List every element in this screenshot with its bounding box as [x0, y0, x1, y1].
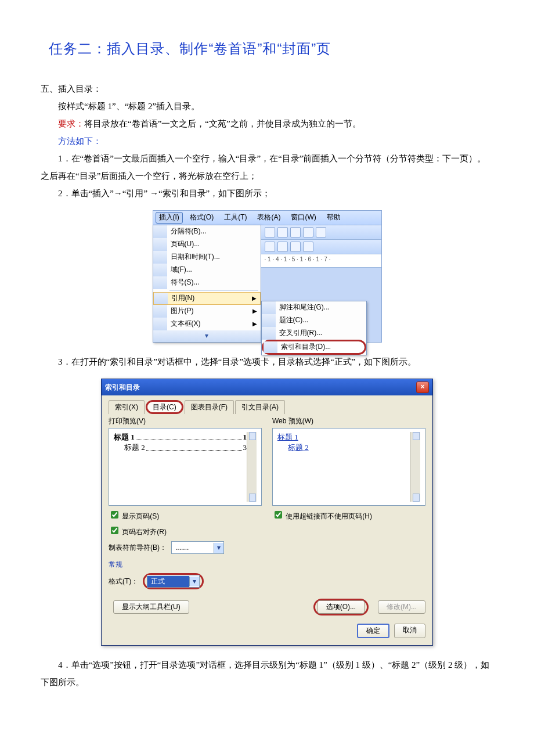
toolbar-row-2 [261, 240, 381, 254]
menu-date-time[interactable]: 日期和时间(T)... [153, 251, 261, 264]
step-2: 2．单击“插入”→“引用” →“索引和目录”，如下图所示； [41, 185, 493, 202]
format-combo-highlight: 正式▾ [143, 573, 204, 589]
menubar-table[interactable]: 表格(A) [254, 212, 284, 224]
chevron-right-icon: ▶ [252, 307, 257, 315]
toolbar-icon[interactable] [316, 227, 326, 237]
scrollbar[interactable] [410, 432, 420, 502]
menu-reference[interactable]: 引用(N)▶ [153, 292, 261, 305]
section-heading: 五、插入目录： [41, 80, 493, 98]
index-toc-dialog: 索引和目录 × 索引(X) 目录(C) 图表目录(F) 引文目录(A) 打印预览… [101, 379, 433, 646]
toolbar-icon[interactable] [277, 242, 288, 252]
intro-line: 按样式“标题 1”、“标题 2”插入目录。 [41, 98, 493, 115]
format-combo[interactable]: 正式▾ [147, 575, 200, 588]
toolbar-row-1 [261, 225, 381, 240]
requirement-label: 要求： [58, 119, 84, 128]
page-title: 任务二：插入目录、制作“卷首语”和“封面”页 [41, 35, 493, 63]
reference-submenu: 脚注和尾注(G)... 题注(C)... 交叉引用(R)... 索引和目录(D)… [261, 301, 367, 355]
submenu-crossref[interactable]: 交叉引用(R)... [262, 327, 366, 340]
submenu-index-toc[interactable]: 索引和目录(D)... [262, 340, 366, 355]
scrollbar[interactable] [247, 432, 257, 502]
insert-dropdown: 分隔符(B)... 页码(U)... 日期和时间(T)... 域(F)... 符… [153, 225, 261, 343]
dialog-title: 索引和目录 [105, 383, 140, 393]
submenu-footnote[interactable]: 脚注和尾注(G)... [262, 301, 366, 314]
figure-insert-menu: 插入(I) 格式(O) 工具(T) 表格(A) 窗口(W) 帮助 分隔符(B).… [41, 210, 493, 343]
chevron-down-icon: ▾ [189, 577, 199, 586]
tab-index[interactable]: 索引(X) [109, 400, 145, 414]
chevron-right-icon: ▶ [252, 294, 257, 302]
modify-button: 修改(M)... [378, 600, 425, 614]
use-hyperlink-checkbox[interactable]: 使用超链接而不使用页码(H) [272, 512, 372, 520]
dialog-tabs: 索引(X) 目录(C) 图表目录(F) 引文目录(A) [109, 400, 425, 414]
close-icon[interactable]: × [416, 381, 429, 393]
menubar-format[interactable]: 格式(O) [186, 212, 217, 224]
options-button[interactable]: 选项(O)... [317, 600, 365, 614]
menubar-help[interactable]: 帮助 [323, 212, 344, 224]
print-preview-box: 标题 11 标题 23 [109, 428, 262, 506]
menu-textbox[interactable]: 文本框(X)▶ [153, 318, 261, 330]
document-area: · 1 · 4 · 1 · 5 · 1 · 6 · 1 · 7 · 脚注和尾注(… [261, 225, 382, 343]
tab-leader-label: 制表符前导符(B)： [109, 543, 167, 553]
tab-figure[interactable]: 图表目录(F) [185, 400, 234, 414]
show-outline-button[interactable]: 显示大纲工具栏(U) [113, 600, 189, 614]
method-label: 方法如下： [41, 132, 493, 150]
menu-break[interactable]: 分隔符(B)... [153, 225, 261, 238]
print-preview-label: 打印预览(V) [109, 416, 262, 426]
right-align-checkbox[interactable]: 页码右对齐(R) [109, 528, 167, 536]
toolbar-icon[interactable] [290, 242, 301, 252]
step-3: 3．在打开的“索引和目录”对话框中，选择“目录”选项卡，目录格式选择“正式”，如… [41, 353, 493, 370]
toolbar-icon[interactable] [290, 227, 301, 237]
chevron-right-icon: ▶ [252, 320, 257, 327]
chevron-down-icon: ▾ [214, 543, 223, 553]
menubar-insert[interactable]: 插入(I) [156, 212, 183, 224]
step-4: 4．单击“选项”按钮，打开“目录选项”对话框，选择目示级别为“标题 1”（级别 … [41, 656, 493, 691]
cancel-button[interactable]: 取消 [394, 624, 425, 638]
menu-field[interactable]: 域(F)... [153, 264, 261, 276]
tab-toc[interactable]: 目录(C) [146, 400, 183, 414]
word-menubar: 插入(I) 格式(O) 工具(T) 表格(A) 窗口(W) 帮助 [153, 210, 382, 225]
menubar-window[interactable]: 窗口(W) [287, 212, 319, 224]
dialog-titlebar: 索引和目录 × [102, 379, 432, 395]
ok-button[interactable]: 确定 [357, 624, 389, 638]
toolbar-icon[interactable] [265, 242, 275, 252]
menu-picture[interactable]: 图片(P)▶ [153, 305, 261, 318]
menu-expand[interactable]: ▾ [153, 330, 261, 343]
step-1: 1．在“卷首语”一文最后面插入一个空行，输入“目录”，在“目录”前面插入一个分节… [41, 150, 493, 185]
show-page-checkbox[interactable]: 显示页码(S) [109, 512, 159, 520]
ruler: · 1 · 4 · 1 · 5 · 1 · 6 · 1 · 7 · [261, 254, 381, 268]
options-button-highlight: 选项(O)... [313, 599, 369, 615]
menubar-tools[interactable]: 工具(T) [221, 212, 250, 224]
submenu-caption[interactable]: 题注(C)... [262, 314, 366, 327]
tab-authorities[interactable]: 引文目录(A) [235, 400, 285, 414]
toolbar-icon[interactable] [303, 227, 313, 237]
general-section-label: 常规 [109, 560, 425, 570]
tab-leader-combo[interactable]: .......▾ [171, 541, 224, 554]
toolbar-icon[interactable] [277, 227, 288, 237]
toolbar-icon[interactable] [303, 242, 313, 252]
web-preview-label: Web 预览(W) [272, 416, 425, 426]
format-label: 格式(T)： [109, 577, 138, 586]
figure-index-toc-dialog: 索引和目录 × 索引(X) 目录(C) 图表目录(F) 引文目录(A) 打印预览… [41, 379, 493, 646]
requirement-line: 要求：将目录放在“卷首语”一文之后，“文苑”之前，并使目录成为独立的一节。 [41, 115, 493, 132]
menu-symbol[interactable]: 符号(S)... [153, 276, 261, 289]
requirement-text: 将目录放在“卷首语”一文之后，“文苑”之前，并使目录成为独立的一节。 [84, 119, 361, 128]
toolbar-icon[interactable] [265, 227, 275, 237]
web-preview-box: 标题 1 标题 2 [272, 428, 425, 506]
menu-page-number[interactable]: 页码(U)... [153, 238, 261, 251]
